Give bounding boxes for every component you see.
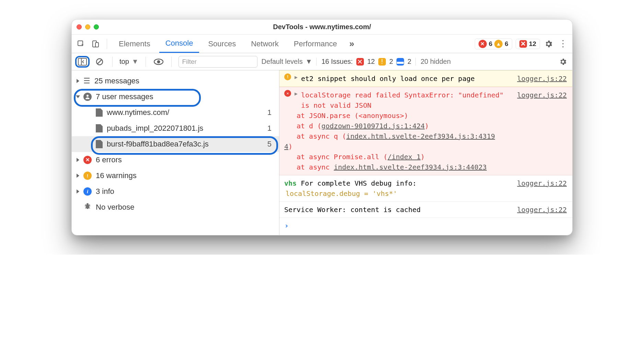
more-tabs-icon[interactable]: » bbox=[346, 38, 358, 50]
errors-warnings-badge[interactable]: ✕6 ▲6 bbox=[475, 38, 512, 49]
kebab-menu-icon[interactable]: ⋮ bbox=[557, 38, 569, 50]
messages-label: 25 messages bbox=[94, 77, 139, 85]
console-prompt[interactable]: › bbox=[279, 218, 572, 233]
warning-icon: ! bbox=[83, 172, 92, 180]
list-icon: ☰ bbox=[83, 77, 90, 85]
sidebar-errors[interactable]: ✕ 6 errors bbox=[72, 152, 279, 168]
tab-performance[interactable]: Performance bbox=[288, 35, 343, 53]
chevron-down-icon: ▼ bbox=[132, 58, 139, 66]
devtools-window: DevTools - www.nytimes.com/ Elements Con… bbox=[71, 19, 573, 235]
file-count: 1 bbox=[267, 124, 274, 133]
hidden-count: 20 hidden bbox=[421, 58, 451, 66]
context-selector[interactable]: top ▼ bbox=[119, 58, 139, 66]
hidden-messages[interactable]: 20 hidden bbox=[415, 58, 451, 66]
source-link[interactable]: index.html.svelte-2eef3934.js:3:44023 bbox=[334, 163, 487, 171]
file-name: pubads_impl_2022071801.js bbox=[107, 124, 203, 133]
expand-icon[interactable]: ▶ bbox=[295, 90, 298, 110]
levels-label: Default levels bbox=[262, 58, 303, 66]
main-tab-bar: Elements Console Sources Network Perform… bbox=[72, 35, 572, 53]
stack-line: at async Promise.all (/index 1) bbox=[297, 152, 567, 162]
log-tag: vhs bbox=[284, 179, 297, 187]
log-message: For complete VHS debug info: bbox=[301, 179, 416, 187]
log-levels-selector[interactable]: Default levels ▼ bbox=[262, 58, 312, 66]
ext-error-count: 12 bbox=[529, 40, 536, 48]
user-icon bbox=[83, 93, 92, 101]
warning-icon: ▲ bbox=[494, 40, 503, 48]
issue-info-icon: ▬ bbox=[396, 58, 404, 66]
issue-warning-icon: ! bbox=[378, 58, 386, 66]
minimize-window-button[interactable] bbox=[85, 24, 90, 30]
sidebar-file-2[interactable]: burst-f9baff81bad8ea7efa3c.js 5 bbox=[72, 136, 279, 152]
console-body: ☰ 25 messages 7 user messages www.nytime… bbox=[72, 70, 572, 235]
warning-count: 6 bbox=[505, 40, 508, 48]
source-link[interactable]: logger.js:22 bbox=[517, 205, 567, 215]
stack-line: at JSON.parse (<anonymous>) bbox=[297, 110, 567, 121]
settings-icon[interactable] bbox=[543, 38, 554, 50]
caret-down-icon bbox=[76, 95, 80, 98]
warnings-label: 16 warnings bbox=[96, 171, 137, 180]
traffic-lights bbox=[77, 24, 99, 30]
file-name: burst-f9baff81bad8ea7efa3c.js bbox=[107, 140, 209, 149]
sidebar-user-messages[interactable]: 7 user messages bbox=[72, 89, 279, 105]
close-window-button[interactable] bbox=[77, 24, 82, 30]
sidebar-file-1[interactable]: pubads_impl_2022071801.js 1 bbox=[72, 120, 279, 136]
file-icon bbox=[96, 124, 103, 132]
tab-console[interactable]: Console bbox=[159, 35, 199, 53]
log-entry-error[interactable]: logger.js:22 ✕ ▶ localStorage read faile… bbox=[279, 87, 572, 175]
warning-icon: ! bbox=[284, 73, 291, 80]
source-link[interactable]: logger.js:22 bbox=[517, 90, 567, 100]
extension-errors-badge[interactable]: ✕12 bbox=[516, 39, 540, 49]
source-link[interactable]: /index 1 bbox=[388, 153, 421, 161]
file-name: www.nytimes.com/ bbox=[107, 108, 169, 117]
expand-icon[interactable]: ▶ bbox=[295, 73, 298, 84]
sidebar-file-0[interactable]: www.nytimes.com/ 1 bbox=[72, 105, 279, 120]
divider bbox=[146, 57, 146, 67]
caret-icon bbox=[77, 158, 79, 162]
filter-placeholder: Filter bbox=[182, 58, 197, 66]
device-toolbar-icon[interactable] bbox=[90, 38, 101, 50]
console-toolbar: top ▼ Filter Default levels ▼ 16 Issues:… bbox=[72, 53, 572, 70]
log-entry-warning[interactable]: ! ▶ et2 snippet should only load once pe… bbox=[279, 70, 572, 87]
svg-point-11 bbox=[87, 203, 89, 205]
filter-input[interactable]: Filter bbox=[179, 56, 257, 68]
toggle-sidebar-button[interactable] bbox=[75, 56, 90, 68]
file-icon bbox=[96, 108, 103, 117]
inspect-element-icon[interactable] bbox=[75, 38, 87, 50]
create-live-expression-icon[interactable] bbox=[153, 56, 164, 68]
stack-line: at async q (index.html.svelte-2eef3934.j… bbox=[297, 131, 567, 141]
bug-icon bbox=[83, 202, 92, 212]
error-icon: ✕ bbox=[284, 90, 291, 97]
sidebar-verbose[interactable]: No verbose bbox=[72, 199, 279, 215]
issues-label: 16 Issues: bbox=[321, 58, 353, 66]
chevron-down-icon: ▼ bbox=[306, 58, 312, 66]
status-badges: ✕6 ▲6 ✕12 bbox=[475, 38, 540, 49]
issues-summary[interactable]: 16 Issues: ✕12 !2 ▬2 bbox=[316, 58, 411, 66]
info-label: 3 info bbox=[96, 187, 114, 196]
sidebar-messages[interactable]: ☰ 25 messages bbox=[72, 73, 279, 89]
svg-point-9 bbox=[87, 95, 89, 97]
sidebar-info[interactable]: i 3 info bbox=[72, 184, 279, 199]
divider bbox=[107, 39, 107, 49]
error-icon: ✕ bbox=[479, 40, 487, 48]
file-icon bbox=[96, 140, 103, 148]
clear-console-icon[interactable] bbox=[94, 56, 105, 68]
source-link[interactable]: godzown-9010971d.js:1:424 bbox=[321, 122, 425, 130]
log-entry-vhs[interactable]: logger.js:22 vhs For complete VHS debug … bbox=[279, 175, 572, 202]
file-count: 1 bbox=[267, 108, 274, 117]
console-settings-icon[interactable] bbox=[557, 56, 569, 68]
source-link[interactable]: logger.js:22 bbox=[517, 178, 567, 188]
window-title: DevTools - www.nytimes.com/ bbox=[72, 23, 572, 31]
sidebar-warnings[interactable]: ! 16 warnings bbox=[72, 168, 279, 184]
caret-icon bbox=[77, 79, 79, 83]
source-link[interactable]: index.html.svelte-2eef3934.js:3:4319 bbox=[346, 132, 495, 140]
zoom-window-button[interactable] bbox=[94, 24, 99, 30]
tab-elements[interactable]: Elements bbox=[113, 35, 157, 53]
source-link[interactable]: logger.js:22 bbox=[517, 73, 567, 84]
tab-network[interactable]: Network bbox=[245, 35, 285, 53]
tab-sources[interactable]: Sources bbox=[202, 35, 242, 53]
console-log: ! ▶ et2 snippet should only load once pe… bbox=[279, 70, 572, 235]
stack-line: at async index.html.svelte-2eef3934.js:3… bbox=[297, 162, 567, 172]
source-link[interactable]: 4 bbox=[284, 142, 288, 151]
log-entry-sw[interactable]: Service Worker: content is cached logger… bbox=[279, 202, 572, 218]
errors-label: 6 errors bbox=[96, 155, 122, 164]
